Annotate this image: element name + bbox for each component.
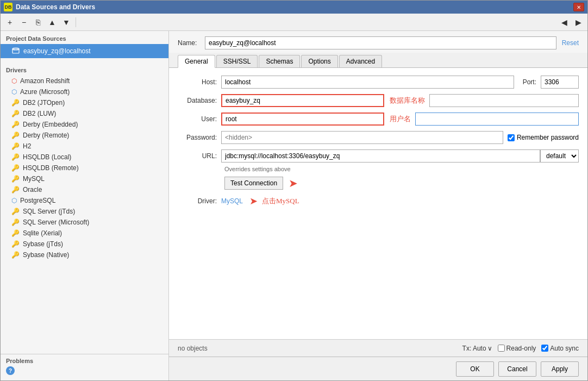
sqlserver-ms-icon: 🔑 (11, 218, 20, 226)
driver-label: DB2 (JTOpen) (23, 99, 65, 107)
move-up-button[interactable]: ▲ (46, 16, 58, 28)
tab-general[interactable]: General (178, 55, 215, 68)
reset-link[interactable]: Reset (562, 39, 579, 47)
driver-item-db2-luw[interactable]: 🔑 DB2 (LUW) (1, 108, 168, 119)
host-input[interactable] (221, 76, 514, 89)
user-right-input[interactable] (415, 113, 579, 126)
driver-item-sqlserver-microsoft[interactable]: 🔑 SQL Server (Microsoft) (1, 217, 168, 228)
cancel-button[interactable]: Cancel (498, 361, 536, 377)
driver-item-postgresql[interactable]: ⬡ PostgreSQL (1, 195, 168, 206)
autosync-checkbox-row: Auto sync (541, 345, 579, 352)
driver-item-hsqldb-local[interactable]: 🔑 HSQLDB (Local) (1, 152, 168, 163)
oracle-icon: 🔑 (11, 186, 20, 193)
driver-item-oracle[interactable]: 🔑 Oracle (1, 184, 168, 195)
driver-item-hsqldb-remote[interactable]: 🔑 HSQLDB (Remote) (1, 163, 168, 173)
driver-label: Amazon Redshift (20, 77, 70, 85)
copy-button[interactable]: ⎘ (32, 16, 44, 28)
tab-advanced[interactable]: Advanced (339, 55, 382, 67)
driver-item-sqlserver-jtds[interactable]: 🔑 SQL Server (jTds) (1, 206, 168, 217)
tx-dropdown[interactable]: Tx: Auto ∨ (462, 345, 492, 352)
database-input[interactable] (221, 94, 384, 107)
back-button[interactable]: ◀ (558, 16, 570, 28)
help-icon[interactable]: ? (6, 366, 15, 375)
driver-label: H2 (23, 142, 31, 150)
driver-label: Derby (Remote) (23, 132, 69, 139)
driver-label: Derby (Embedded) (23, 121, 78, 128)
port-label: Port: (523, 78, 536, 86)
tabs-bar: General SSH/SSL Schemas Options Advanced (169, 53, 587, 68)
driver-label: HSQLDB (Local) (23, 153, 71, 161)
azure-icon: ⬡ (11, 88, 17, 96)
password-input[interactable] (221, 131, 503, 144)
status-bar: no objects Tx: Auto ∨ Read-only Auto syn… (169, 339, 587, 357)
derby-remote-icon: 🔑 (11, 132, 20, 139)
autosync-checkbox[interactable] (541, 345, 548, 352)
window-title: Data Sources and Drivers (16, 3, 573, 11)
driver-item-mysql[interactable]: 🔑 MySQL (1, 173, 168, 184)
port-input[interactable] (541, 76, 579, 89)
sidebar-item-label: easybuy_zq@localhost (23, 47, 91, 55)
driver-item-derby-embedded[interactable]: 🔑 Derby (Embedded) (1, 119, 168, 130)
remember-password-label: Remember password (517, 134, 579, 141)
driver-item-db2-jtopen[interactable]: 🔑 DB2 (JTOpen) (1, 97, 168, 108)
driver-click-annotation: 点击MySQL (262, 196, 299, 206)
mysql-driver-link[interactable]: MySQL (221, 197, 243, 205)
url-label: URL: (178, 152, 221, 160)
toolbar-separator (76, 17, 76, 27)
toolbar: + − ⎘ ▲ ▼ ◀ ▶ (1, 14, 587, 31)
driver-item-azure[interactable]: ⬡ Azure (Microsoft) (1, 86, 168, 97)
amazon-icon: ⬡ (11, 77, 17, 85)
sidebar: Project Data Sources easybuy_zq@localhos… (1, 31, 169, 380)
driver-label: Sqlite (Xerial) (23, 229, 62, 237)
remember-password-checkbox[interactable] (508, 134, 515, 141)
test-connection-button[interactable]: Test Connection (224, 177, 283, 190)
driver-item-h2[interactable]: 🔑 H2 (1, 141, 168, 152)
ok-button[interactable]: OK (456, 361, 494, 377)
readonly-checkbox[interactable] (498, 345, 505, 352)
sidebar-item-easybuy[interactable]: easybuy_zq@localhost (1, 44, 168, 58)
status-right: Tx: Auto ∨ Read-only Auto sync (462, 345, 579, 352)
database-annotation: 数据库名称 (390, 96, 425, 105)
driver-item-sybase-native[interactable]: 🔑 Sybase (Native) (1, 249, 168, 260)
tx-label: Tx: Auto (462, 345, 486, 352)
test-connection-row: Test Connection ➤ (178, 177, 579, 190)
sqlserver-jtds-icon: 🔑 (11, 208, 20, 215)
tab-sshssl[interactable]: SSH/SSL (216, 55, 258, 67)
user-row: User: 用户名 (178, 113, 579, 126)
derby-embedded-icon: 🔑 (11, 121, 20, 128)
readonly-label: Read-only (506, 345, 536, 352)
user-input[interactable] (221, 113, 384, 126)
driver-label: Azure (Microsoft) (20, 88, 70, 96)
bottom-bar: OK Cancel Apply (169, 357, 587, 380)
driver-item-amazon[interactable]: ⬡ Amazon Redshift (1, 76, 168, 86)
postgresql-icon: ⬡ (11, 197, 17, 204)
driver-item-sqlite[interactable]: 🔑 Sqlite (Xerial) (1, 228, 168, 239)
no-objects-text: no objects (178, 345, 462, 352)
apply-button[interactable]: Apply (541, 361, 579, 377)
sybase-jtds-icon: 🔑 (11, 240, 20, 248)
tab-options[interactable]: Options (301, 55, 337, 67)
name-input[interactable] (205, 36, 556, 49)
form-area: Host: Port: Database: 数据库名称 User (169, 68, 587, 339)
driver-item-sybase-jtds[interactable]: 🔑 Sybase (jTds) (1, 239, 168, 249)
project-datasources-title: Project Data Sources (1, 31, 168, 44)
url-input[interactable] (221, 149, 540, 163)
mysql-icon: 🔑 (11, 175, 20, 183)
window-icon: DB (4, 3, 12, 11)
forward-button[interactable]: ▶ (572, 16, 584, 28)
remove-button[interactable]: − (18, 16, 30, 28)
tab-schemas[interactable]: Schemas (259, 55, 300, 67)
driver-label: DB2 (LUW) (23, 110, 56, 117)
h2-icon: 🔑 (11, 142, 20, 150)
database-label: Database: (178, 97, 221, 104)
url-scheme-dropdown[interactable]: default (540, 149, 579, 163)
add-button[interactable]: + (4, 16, 16, 28)
user-label: User: (178, 115, 221, 123)
driver-item-derby-remote[interactable]: 🔑 Derby (Remote) (1, 130, 168, 141)
database-right-input[interactable] (429, 94, 579, 107)
close-button[interactable]: ✕ (573, 3, 584, 11)
test-arrow-annotation: ➤ (289, 177, 298, 190)
db2luw-icon: 🔑 (11, 110, 20, 117)
move-down-button[interactable]: ▼ (60, 16, 72, 28)
driver-label: Driver: (178, 197, 221, 205)
